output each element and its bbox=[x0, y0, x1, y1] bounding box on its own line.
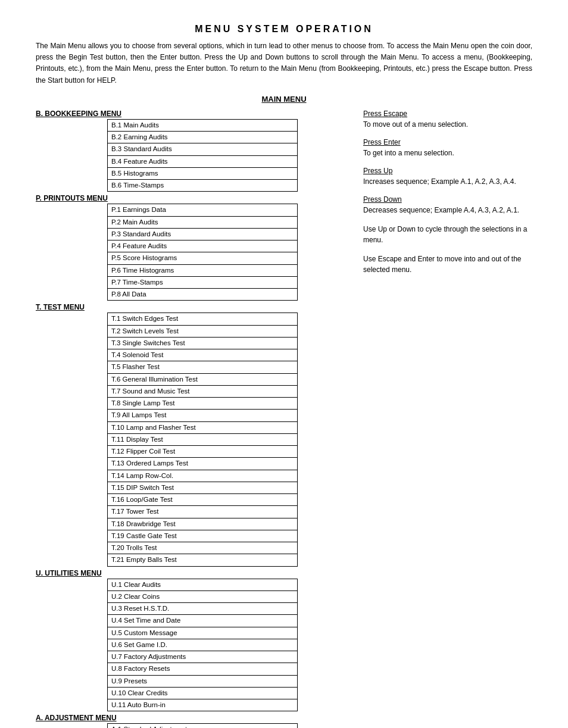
list-item: T.9 All Lamps Test bbox=[108, 410, 298, 421]
table-row: T.14 Lamp Row-Col. bbox=[108, 470, 298, 482]
table-row: U.11 Auto Burn-in bbox=[108, 699, 298, 711]
table-row: T.5 Flasher Test bbox=[108, 361, 298, 373]
list-item: T.7 Sound and Music Test bbox=[108, 385, 298, 397]
table-row: T.11 Display Test bbox=[108, 433, 298, 445]
table-row: U.5 Custom Message bbox=[108, 627, 298, 639]
list-item: U.2 Clear Coins bbox=[108, 590, 298, 602]
list-item: T.14 Lamp Row-Col. bbox=[108, 470, 298, 482]
table-row: T.15 DIP Switch Test bbox=[108, 482, 298, 493]
list-item: U.9 Presets bbox=[108, 675, 298, 687]
list-item: B.6 Time-Stamps bbox=[108, 180, 298, 192]
list-item: T.16 Loop/Gate Test bbox=[108, 494, 298, 506]
list-item: P.3 Standard Audits bbox=[108, 228, 298, 240]
table-row: T.8 Single Lamp Test bbox=[108, 398, 298, 410]
table-row: P.3 Standard Audits bbox=[108, 228, 298, 240]
list-item: A.1 Standard Adjustments bbox=[108, 724, 298, 728]
table-row: U.6 Set Game I.D. bbox=[108, 639, 298, 651]
list-item: P.6 Time Histograms bbox=[108, 264, 298, 276]
menu-items-table-bookkeeping: B.1 Main AuditsB.2 Earning AuditsB.3 Sta… bbox=[107, 119, 298, 192]
list-item: T.17 Tower Test bbox=[108, 506, 298, 518]
press-desc-4: Use Up or Down to cycle through the sele… bbox=[363, 224, 532, 245]
table-row: P.7 Time-Stamps bbox=[108, 276, 298, 288]
page-title: MENU SYSTEM OPERATION bbox=[36, 24, 532, 35]
table-row: T.7 Sound and Music Test bbox=[108, 385, 298, 397]
list-item: T.15 DIP Switch Test bbox=[108, 482, 298, 493]
list-item: U.7 Factory Adjustments bbox=[108, 651, 298, 663]
list-item: T.6 General Illumination Test bbox=[108, 373, 298, 385]
list-item: T.10 Lamp and Flasher Test bbox=[108, 421, 298, 433]
press-desc-2: Increases sequence; Example A.1, A.2, A.… bbox=[363, 176, 532, 187]
list-item: T.3 Single Switches Test bbox=[108, 337, 298, 349]
menu-section-printouts: P. PRINTOUTS MENUP.1 Earnings DataP.2 Ma… bbox=[36, 194, 351, 301]
table-row: B.3 Standard Audits bbox=[108, 143, 298, 155]
press-block-2: Press UpIncreases sequence; Example A.1,… bbox=[363, 167, 532, 187]
table-row: P.2 Main Audits bbox=[108, 216, 298, 228]
table-row: T.21 Empty Balls Test bbox=[108, 554, 298, 566]
menu-label-test: T. TEST MENU bbox=[36, 303, 351, 311]
list-item: B.4 Feature Audits bbox=[108, 155, 298, 167]
list-item: T.8 Single Lamp Test bbox=[108, 398, 298, 410]
table-row: T.1 Switch Edges Test bbox=[108, 313, 298, 325]
main-layout: B. BOOKKEEPING MENUB.1 Main AuditsB.2 Ea… bbox=[36, 110, 532, 728]
table-row: U.8 Factory Resets bbox=[108, 663, 298, 675]
table-row: T.4 Solenoid Test bbox=[108, 349, 298, 361]
list-item: B.2 Earning Audits bbox=[108, 132, 298, 143]
table-row: U.10 Clear Credits bbox=[108, 687, 298, 699]
list-item: P.2 Main Audits bbox=[108, 216, 298, 228]
press-block-3: Press DownDecreases sequence; Example A.… bbox=[363, 195, 532, 215]
list-item: T.18 Drawbridge Test bbox=[108, 518, 298, 530]
menu-section-utilities: U. UTILITIES MENUU.1 Clear AuditsU.2 Cle… bbox=[36, 569, 351, 712]
table-row: U.2 Clear Coins bbox=[108, 590, 298, 602]
list-item: T.1 Switch Edges Test bbox=[108, 313, 298, 325]
table-row: T.13 Ordered Lamps Test bbox=[108, 458, 298, 470]
table-row: P.5 Score Histograms bbox=[108, 252, 298, 264]
table-row: B.2 Earning Audits bbox=[108, 132, 298, 143]
table-row: T.17 Tower Test bbox=[108, 506, 298, 518]
table-row: P.4 Feature Audits bbox=[108, 240, 298, 252]
list-item: T.11 Display Test bbox=[108, 433, 298, 445]
press-block-5: Use Escape and Enter to move into and ou… bbox=[363, 254, 532, 275]
table-row: T.2 Switch Levels Test bbox=[108, 325, 298, 337]
table-row: T.20 Trolls Test bbox=[108, 542, 298, 554]
menu-section-test: T. TEST MENUT.1 Switch Edges TestT.2 Swi… bbox=[36, 303, 351, 566]
list-item: T.4 Solenoid Test bbox=[108, 349, 298, 361]
list-item: P.7 Time-Stamps bbox=[108, 276, 298, 288]
table-row: T.3 Single Switches Test bbox=[108, 337, 298, 349]
table-row: B.4 Feature Audits bbox=[108, 155, 298, 167]
table-row: P.6 Time Histograms bbox=[108, 264, 298, 276]
list-item: P.5 Score Histograms bbox=[108, 252, 298, 264]
main-menu-title: MAIN MENU bbox=[36, 95, 532, 104]
menu-items-table-adjustment: A.1 Standard AdjustmentsA.2 Feature Adju… bbox=[107, 723, 298, 728]
list-item: U.6 Set Game I.D. bbox=[108, 639, 298, 651]
list-item: T.13 Ordered Lamps Test bbox=[108, 458, 298, 470]
list-item: P.4 Feature Audits bbox=[108, 240, 298, 252]
right-column: Press EscapeTo move out of a menu select… bbox=[351, 110, 532, 728]
table-row: A.1 Standard Adjustments bbox=[108, 724, 298, 728]
intro-text: The Main Menu allows you to choose from … bbox=[36, 40, 532, 86]
menu-label-adjustment: A. ADJUSTMENT MENU bbox=[36, 714, 351, 722]
list-item: B.3 Standard Audits bbox=[108, 143, 298, 155]
left-column: B. BOOKKEEPING MENUB.1 Main AuditsB.2 Ea… bbox=[36, 110, 351, 728]
table-row: T.10 Lamp and Flasher Test bbox=[108, 421, 298, 433]
menu-items-table-utilities: U.1 Clear AuditsU.2 Clear CoinsU.3 Reset… bbox=[107, 579, 298, 712]
list-item: U.1 Clear Audits bbox=[108, 579, 298, 590]
list-item: T.12 Flipper Coil Test bbox=[108, 446, 298, 458]
press-desc-0: To move out of a menu selection. bbox=[363, 119, 532, 130]
table-row: U.4 Set Time and Date bbox=[108, 615, 298, 627]
table-row: U.7 Factory Adjustments bbox=[108, 651, 298, 663]
press-desc-3: Decreases sequence; Example A.4, A.3, A.… bbox=[363, 205, 532, 215]
list-item: T.5 Flasher Test bbox=[108, 361, 298, 373]
menu-items-table-printouts: P.1 Earnings DataP.2 Main AuditsP.3 Stan… bbox=[107, 204, 298, 301]
menu-items-table-test: T.1 Switch Edges TestT.2 Switch Levels T… bbox=[107, 313, 298, 566]
table-row: B.6 Time-Stamps bbox=[108, 180, 298, 192]
menu-label-printouts: P. PRINTOUTS MENU bbox=[36, 194, 351, 202]
list-item: T.2 Switch Levels Test bbox=[108, 325, 298, 337]
list-item: U.4 Set Time and Date bbox=[108, 615, 298, 627]
press-heading-2: Press Up bbox=[363, 167, 532, 175]
table-row: T.9 All Lamps Test bbox=[108, 410, 298, 421]
list-item: T.21 Empty Balls Test bbox=[108, 554, 298, 566]
table-row: P.1 Earnings Data bbox=[108, 204, 298, 216]
press-heading-3: Press Down bbox=[363, 195, 532, 204]
menu-section-bookkeeping: B. BOOKKEEPING MENUB.1 Main AuditsB.2 Ea… bbox=[36, 110, 351, 192]
press-desc-5: Use Escape and Enter to move into and ou… bbox=[363, 254, 532, 275]
